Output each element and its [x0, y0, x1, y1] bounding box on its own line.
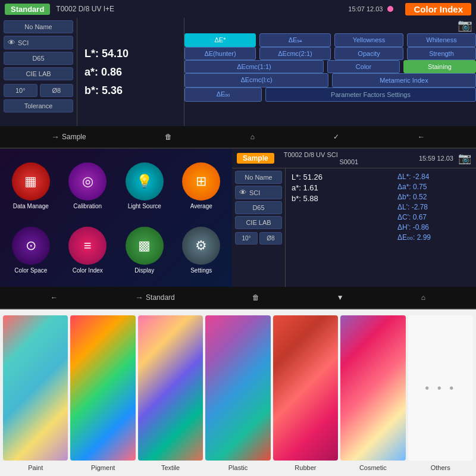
light-source-circle: 💡 — [126, 162, 164, 201]
de-94-btn[interactable]: ΔE₉₄ — [259, 33, 331, 47]
app-textile[interactable]: Textile — [138, 315, 203, 475]
settings-icon: ⚙ — [195, 238, 207, 253]
cie-lab-btn[interactable]: CIE LAB — [4, 67, 73, 80]
data-manage-circle: ▦ — [12, 162, 50, 201]
sample-badge[interactable]: Sample — [237, 153, 274, 164]
icon-color-space[interactable]: ⊙ Color Space — [5, 220, 57, 280]
de-hunter-btn[interactable]: ΔE(hunter) — [184, 47, 256, 60]
dots-icon: • • • — [425, 381, 456, 395]
display-label: Display — [134, 267, 154, 274]
s2-d65-btn[interactable]: D65 — [235, 201, 282, 214]
display-circle: ▩ — [126, 227, 164, 265]
icon-light-source[interactable]: 💡 Light Source — [118, 156, 171, 215]
metameric-btn[interactable]: Metameric Index — [332, 73, 476, 87]
average-icon: ⊞ — [196, 174, 206, 189]
sci-row[interactable]: 👁 SCI — [4, 36, 73, 49]
de-00-btn[interactable]: ΔE₀₀ — [184, 87, 262, 102]
s2-db: Δb*: 0.52 — [397, 193, 471, 201]
paint-visual — [3, 315, 68, 461]
trash-icon: 🗑 — [165, 133, 172, 141]
app-rubber[interactable]: Rubber — [273, 315, 338, 475]
plastic-image — [205, 315, 270, 461]
strength-btn[interactable]: Strength — [407, 47, 476, 60]
staining-btn[interactable]: Staining — [403, 60, 476, 73]
settings-circle: ⚙ — [182, 227, 220, 265]
standard-badge[interactable]: Standard — [5, 4, 50, 15]
app-others[interactable]: • • • Others — [408, 315, 473, 475]
s2-no-name-btn[interactable]: No Name — [235, 171, 282, 184]
color-index-circle: ≡ — [68, 227, 107, 265]
s2-trash-icon: 🗑 — [252, 293, 259, 302]
s2-dh: ΔH': -0.86 — [397, 223, 471, 231]
s2-standard-btn[interactable]: → Standard — [135, 293, 175, 302]
s2-home-btn[interactable]: ⌂ — [421, 293, 425, 302]
de-star-btn[interactable]: ΔE* — [184, 33, 256, 47]
yellowness-btn[interactable]: Yellowness — [334, 33, 403, 47]
screen3-applications: Paint Pigment Textile Plastic Rubber — [0, 309, 476, 475]
s2-dl: ΔL*: -2.84 — [397, 173, 471, 181]
s2-da: Δa*: 0.75 — [397, 183, 471, 191]
l-value: L*: 54.10 — [84, 48, 177, 60]
s2-dl2: ΔL': -2.78 — [397, 203, 471, 211]
s2-delta-panel: ΔL*: -2.84 Δa*: 0.75 Δb*: 0.52 ΔL': -2.7… — [393, 168, 476, 287]
s2-back-btn[interactable]: ← — [51, 293, 58, 302]
home-icon: ⌂ — [250, 133, 255, 141]
tolerance-btn[interactable]: Tolerance — [4, 99, 73, 112]
s2-back-icon: ← — [51, 293, 58, 302]
b-value: b*: 5.36 — [84, 84, 177, 97]
whiteness-btn[interactable]: Whiteness — [407, 33, 476, 47]
app-pigment[interactable]: Pigment — [70, 315, 135, 475]
camera-icon[interactable]: 📷 — [458, 18, 472, 32]
cosmetic-label: Cosmetic — [359, 464, 387, 475]
de-cmc21-btn[interactable]: ΔEcmc(2:1) — [259, 47, 331, 60]
icon-grid: ▦ Data Manage ◎ Calibration 💡 Light Sour… — [0, 149, 232, 287]
screen1-left-panel: No Name 👁 SCI D65 CIE LAB 10° Ø8 Toleran… — [0, 18, 77, 126]
calibration-label: Calibration — [73, 203, 102, 209]
s2-eye-icon: 👁 — [239, 188, 247, 197]
others-label: Others — [431, 464, 450, 475]
s2-a-val: a*: 1.61 — [292, 183, 387, 192]
s2-device-info: T0002 D/8 UV SCI — [279, 151, 419, 158]
aperture-btn[interactable]: Ø8 — [40, 84, 74, 97]
de-cmclc-btn[interactable]: ΔEcmc(l:c) — [184, 73, 328, 87]
average-circle: ⊞ — [182, 162, 220, 201]
s2-aperture-btn[interactable]: Ø8 — [259, 232, 282, 245]
icon-calibration[interactable]: ◎ Calibration — [62, 156, 114, 215]
icon-average[interactable]: ⊞ Average — [176, 156, 228, 215]
icon-color-index[interactable]: ≡ Color Index — [62, 220, 114, 280]
d65-btn[interactable]: D65 — [4, 52, 73, 65]
param-factors-btn[interactable]: Parameter Factors Settings — [265, 87, 476, 102]
check-btn[interactable]: ✓ — [333, 133, 339, 141]
ci-row-4: ΔEcmc(l:c) Metameric Index — [184, 73, 476, 87]
app-paint[interactable]: Paint — [3, 315, 68, 475]
icon-settings[interactable]: ⚙ Settings — [176, 220, 228, 280]
sample-btn[interactable]: → Sample — [51, 132, 86, 142]
degree-btn[interactable]: 10° — [4, 84, 37, 97]
icon-data-manage[interactable]: ▦ Data Manage — [5, 156, 57, 215]
s2-degree-btn[interactable]: 10° — [235, 232, 258, 245]
s2-home-icon: ⌂ — [421, 293, 425, 302]
delete-btn[interactable]: 🗑 — [165, 133, 172, 141]
textile-label: Textile — [161, 464, 180, 475]
no-name-btn[interactable]: No Name — [4, 20, 73, 33]
de-cmc11-btn[interactable]: ΔEcmc(1:1) — [184, 60, 324, 73]
app-plastic[interactable]: Plastic — [205, 315, 270, 475]
color-btn[interactable]: Color — [327, 60, 400, 73]
screen2-right-panel: Sample T0002 D/8 UV SCI S0001 15:59 12.0… — [232, 149, 476, 287]
ci-row-1: ΔE* ΔE₉₄ Yellowness Whiteness — [184, 33, 476, 47]
s2-delete-btn[interactable]: 🗑 — [252, 293, 259, 302]
s2-b-val: b*: 5.88 — [292, 194, 387, 203]
s2-down-btn[interactable]: ▼ — [337, 293, 344, 302]
back-btn[interactable]: ← — [418, 133, 425, 141]
light-source-label: Light Source — [128, 203, 161, 209]
s2-cie-btn[interactable]: CIE LAB — [235, 216, 282, 229]
opacity-btn[interactable]: Opacity — [334, 47, 403, 60]
app-cosmetic[interactable]: Cosmetic — [340, 315, 405, 475]
home-btn[interactable]: ⌂ — [250, 133, 255, 141]
s2-camera-icon[interactable]: 📷 — [458, 152, 471, 165]
ci-row-2: ΔE(hunter) ΔEcmc(2:1) Opacity Strength — [184, 47, 476, 60]
color-index-icon: ≡ — [84, 238, 92, 253]
icon-display[interactable]: ▩ Display — [118, 220, 171, 280]
s2-sci-row[interactable]: 👁 SCI — [235, 186, 282, 199]
pigment-visual — [70, 315, 135, 461]
